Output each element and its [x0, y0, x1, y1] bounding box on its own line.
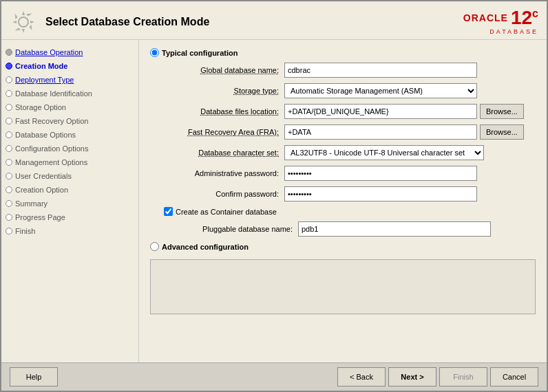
back-button[interactable]: < Back — [337, 367, 386, 386]
pluggable-db-input[interactable] — [298, 221, 491, 237]
sidebar-bullet-fra — [6, 118, 12, 124]
browse-fast-recovery-button[interactable]: Browse... — [480, 124, 524, 140]
header-title: Select Database Creation Mode — [10, 8, 209, 36]
sidebar-item-database-operation[interactable]: Database Operation — [1, 45, 138, 59]
storage-type-group: Storage type: Automatic Storage Manageme… — [150, 83, 536, 98]
container-db-label: Create as Container database — [176, 208, 277, 216]
confirm-password-input[interactable] — [284, 186, 477, 202]
db-files-location-input[interactable] — [284, 104, 477, 119]
oracle-logo: ORACLE 12c DATABASE — [463, 8, 538, 34]
footer-right-buttons: < Back Next > Finish Cancel — [337, 367, 538, 386]
pluggable-db-label: Pluggable database name: — [178, 225, 298, 233]
advanced-config-group: Advanced configuration — [150, 242, 536, 251]
oracle-version-number: 12c — [511, 8, 538, 28]
sidebar-bullet-creation-opt — [6, 186, 12, 193]
db-charset-select[interactable]: AL32UTF8 - Unicode UTF-8 Universal chara… — [284, 145, 484, 160]
global-db-name-input[interactable] — [284, 63, 477, 78]
admin-password-group: Administrative password: — [150, 166, 536, 181]
oracle-text: ORACLE — [463, 12, 508, 23]
advanced-config-label: Advanced configuration — [162, 243, 249, 251]
typical-config-group: Typical configuration — [150, 48, 536, 57]
header: Select Database Creation Mode ORACLE 12c… — [1, 1, 547, 40]
sidebar-item-creation-option: Creation Option — [1, 183, 138, 197]
gear-icon — [10, 8, 37, 36]
fast-recovery-group: Fast Recovery Area (FRA): Browse... — [150, 124, 536, 140]
sidebar-bullet-mgmt — [6, 159, 12, 166]
confirm-password-group: Confirm password: — [150, 186, 536, 202]
content-area: Database Operation Creation Mode Deploym… — [1, 40, 547, 362]
sidebar-item-database-identification: Database Identification — [1, 87, 138, 100]
sidebar-item-database-options: Database Options — [1, 128, 138, 142]
oracle-database-label: DATABASE — [489, 28, 538, 35]
sidebar-bullet-db-options — [6, 131, 12, 138]
sidebar-item-management-options: Management Options — [1, 155, 138, 169]
global-db-name-group: Global database name: — [150, 63, 536, 78]
sidebar: Database Operation Creation Mode Deploym… — [1, 40, 139, 362]
finish-button[interactable]: Finish — [439, 367, 487, 386]
sidebar-item-summary: Summary — [1, 197, 138, 210]
cancel-button[interactable]: Cancel — [490, 367, 538, 386]
sidebar-bullet-database-operation — [6, 49, 12, 56]
global-db-name-label: Global database name: — [150, 66, 284, 74]
sidebar-bullet-db-id — [6, 90, 12, 97]
svg-point-0 — [19, 17, 28, 27]
sidebar-item-progress-page: Progress Page — [1, 210, 138, 224]
info-box — [150, 259, 536, 314]
next-button[interactable]: Next > — [388, 367, 436, 386]
sidebar-bullet-deployment-type — [6, 76, 12, 83]
advanced-config-radio[interactable] — [150, 242, 159, 251]
db-charset-label: Database character set: — [150, 149, 284, 157]
main-window: Select Database Creation Mode ORACLE 12c… — [0, 0, 548, 392]
container-db-group: Create as Container database — [150, 207, 536, 216]
sidebar-item-finish: Finish — [1, 224, 138, 238]
admin-password-label: Administrative password: — [150, 169, 284, 177]
sidebar-bullet-storage — [6, 104, 12, 111]
admin-password-input[interactable] — [284, 166, 477, 181]
browse-db-files-button[interactable]: Browse... — [480, 104, 524, 119]
sidebar-item-deployment-type[interactable]: Deployment Type — [1, 73, 138, 87]
storage-type-label: Storage type: — [150, 87, 284, 95]
help-button[interactable]: Help — [10, 367, 58, 386]
sidebar-bullet-progress — [6, 214, 12, 221]
sidebar-item-storage-option: Storage Option — [1, 100, 138, 114]
sidebar-bullet-config-options — [6, 145, 12, 152]
sidebar-item-user-credentials: User Credentials — [1, 169, 138, 183]
footer: Help < Back Next > Finish Cancel — [1, 362, 547, 391]
db-charset-group: Database character set: AL32UTF8 - Unico… — [150, 145, 536, 160]
sidebar-item-fast-recovery-option: Fast Recovery Option — [1, 114, 138, 128]
main-form-area: Typical configuration Global database na… — [139, 40, 547, 362]
typical-config-radio[interactable] — [150, 48, 159, 57]
db-files-location-label: Database files location: — [150, 107, 284, 116]
sidebar-bullet-creation-mode — [6, 63, 12, 69]
confirm-password-label: Confirm password: — [150, 190, 284, 198]
sidebar-item-configuration-options: Configuration Options — [1, 142, 138, 155]
sidebar-bullet-user-cred — [6, 173, 12, 179]
page-title: Select Database Creation Mode — [45, 16, 209, 28]
pluggable-db-group: Pluggable database name: — [150, 221, 536, 237]
fast-recovery-input[interactable] — [284, 124, 477, 140]
typical-config-label: Typical configuration — [162, 49, 238, 57]
sidebar-bullet-summary — [6, 200, 12, 207]
storage-type-select[interactable]: Automatic Storage Management (ASM) File … — [284, 83, 477, 98]
container-db-checkbox[interactable] — [164, 207, 173, 216]
sidebar-item-creation-mode[interactable]: Creation Mode — [1, 59, 138, 73]
db-files-location-group: Database files location: Browse... — [150, 104, 536, 119]
sidebar-bullet-finish — [6, 228, 12, 235]
fast-recovery-label: Fast Recovery Area (FRA): — [150, 128, 284, 136]
